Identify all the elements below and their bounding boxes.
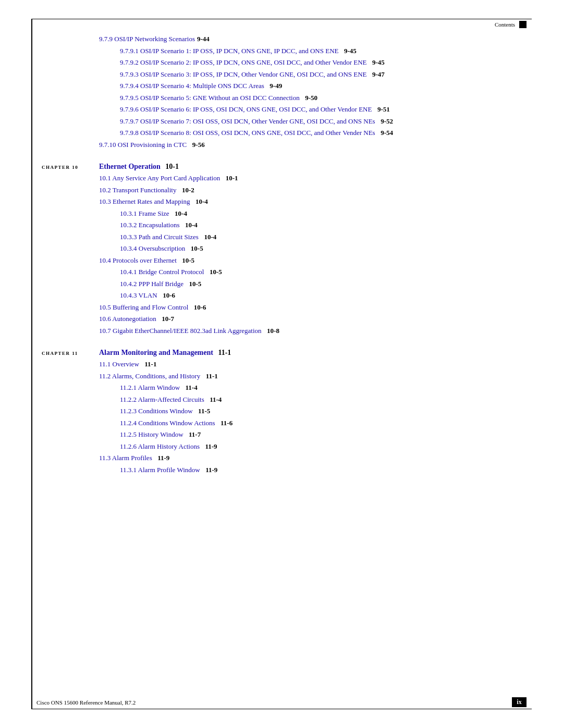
entry-11-3-page: 11-9	[154, 453, 170, 463]
entry-10-4-2-title[interactable]: 10.4.2 PPP Half Bridge	[120, 279, 183, 289]
entry-9-7-9-8-title[interactable]: 9.7.9.8 OSI/IP Scenario 8: OSI OSS, OSI …	[120, 128, 375, 138]
entry-11-2-page: 11-1	[202, 371, 218, 381]
entry-10-4-1: 10.4.1 Bridge Control Protocol 10-5	[120, 267, 521, 277]
entry-9-7-9-6-page: 9-51	[374, 104, 389, 115]
page: Contents 9.7.9 OSI/IP Networking Scenari…	[0, 0, 563, 728]
entry-9-7-9-1-page: 9-45	[341, 46, 357, 56]
entry-9-7-9-4: 9.7.9.4 OSI/IP Scenario 4: Multiple ONS …	[120, 81, 521, 91]
entry-9-7-9-5: 9.7.9.5 OSI/IP Scenario 5: GNE Without a…	[120, 93, 521, 103]
entry-11-2-2-title[interactable]: 11.2.2 Alarm-Affected Circuits	[120, 394, 204, 405]
entry-10-1-title[interactable]: 10.1 Any Service Any Port Card Applicati…	[99, 173, 220, 183]
chapter-11-title[interactable]: Alarm Monitoring and Management	[99, 349, 213, 357]
entry-9-7-9-2: 9.7.9.2 OSI/IP Scenario 2: IP OSS, IP DC…	[120, 57, 521, 68]
entry-10-4-2: 10.4.2 PPP Half Bridge 10-5	[120, 279, 521, 289]
chapter-10-title[interactable]: Ethernet Operation	[99, 163, 161, 171]
entry-10-3-3-title[interactable]: 10.3.3 Path and Circuit Sizes	[120, 232, 199, 242]
chapter-11-page: 11-1	[216, 349, 231, 357]
entry-9-7-9-6-title[interactable]: 9.7.9.6 OSI/IP Scenario 6: IP OSS, OSI D…	[120, 104, 372, 115]
entry-11-2-3-title[interactable]: 11.2.3 Conditions Window	[120, 406, 193, 416]
chapter-11-section: CHAPTER 11 Alarm Monitoring and Manageme…	[42, 349, 521, 475]
entry-10-6-page: 10-7	[158, 314, 174, 324]
entry-10-3-4: 10.3.4 Oversubscription 10-5	[120, 243, 521, 254]
entry-11-3: 11.3 Alarm Profiles 11-9	[99, 453, 521, 463]
entry-10-4-page: 10-5	[179, 255, 194, 266]
entry-11-2-title[interactable]: 11.2 Alarms, Conditions, and History	[99, 371, 200, 381]
chapter-10-page: 10-1	[164, 163, 179, 171]
entry-11-2-5-page: 11-7	[186, 429, 201, 440]
spacer-1	[42, 151, 521, 161]
entry-10-3-2: 10.3.2 Encapsulations 10-4	[120, 220, 521, 230]
footer-title: Cisco ONS 15600 Reference Manual, R7.2	[36, 699, 136, 706]
entry-9-7-9-title[interactable]: 9.7.9 OSI/IP Networking Scenarios	[99, 34, 195, 44]
entry-11-1-title[interactable]: 11.1 Overview	[99, 359, 139, 369]
chapter-10-label: CHAPTER 10	[42, 165, 99, 170]
entry-10-4-3: 10.4.3 VLAN 10-6	[120, 290, 521, 301]
entry-11-2-4-page: 11-6	[217, 418, 233, 428]
main-content: 9.7.9 OSI/IP Networking Scenarios 9-44 9…	[42, 34, 521, 694]
entry-9-7-9-3-title[interactable]: 9.7.9.3 OSI/IP Scenario 3: IP OSS, IP DC…	[120, 69, 367, 80]
entry-10-1-page: 10-1	[222, 173, 238, 183]
entry-10-5-page: 10-6	[190, 302, 206, 313]
entry-10-3-title[interactable]: 10.3 Ethernet Rates and Mapping	[99, 196, 190, 207]
entry-10-4-title[interactable]: 10.4 Protocols over Ethernet	[99, 255, 177, 266]
entry-10-2-title[interactable]: 10.2 Transport Functionality	[99, 185, 176, 195]
entry-10-3-page: 10-4	[192, 196, 207, 207]
entry-11-2-3-page: 11-5	[195, 406, 211, 416]
entry-10-4-3-title[interactable]: 10.4.3 VLAN	[120, 290, 157, 301]
entry-10-7-page: 10-8	[264, 326, 279, 336]
entry-10-3-2-page: 10-4	[181, 220, 197, 230]
entry-10-3-2-title[interactable]: 10.3.2 Encapsulations	[120, 220, 179, 230]
entry-10-2-page: 10-2	[178, 185, 194, 195]
entry-9-7-9-2-title[interactable]: 9.7.9.2 OSI/IP Scenario 2: IP OSS, IP DC…	[120, 57, 367, 68]
entry-10-5: 10.5 Buffering and Flow Control 10-6	[99, 302, 521, 313]
entry-9-7-9-1-title[interactable]: 9.7.9.1 OSI/IP Scenario 1: IP OSS, IP DC…	[120, 46, 339, 56]
entry-11-2-4-title[interactable]: 11.2.4 Conditions Window Actions	[120, 418, 215, 428]
entry-9-7-9-5-title[interactable]: 9.7.9.5 OSI/IP Scenario 5: GNE Without a…	[120, 93, 300, 103]
entry-9-7-9: 9.7.9 OSI/IP Networking Scenarios 9-44	[99, 34, 521, 44]
entry-11-2-1: 11.2.1 Alarm Window 11-4	[120, 382, 521, 393]
chapter-10-section: CHAPTER 10 Ethernet Operation 10-1 10.1 …	[42, 163, 521, 336]
entry-9-7-10-title[interactable]: 9.7.10 OSI Provisioning in CTC	[99, 140, 187, 150]
entry-11-2-5-title[interactable]: 11.2.5 History Window	[120, 429, 183, 440]
entry-10-3-1-title[interactable]: 10.3.1 Frame Size	[120, 208, 169, 219]
entry-10-7-title[interactable]: 10.7 Gigabit EtherChannel/IEEE 802.3ad L…	[99, 326, 262, 336]
entry-10-4-1-page: 10-5	[206, 267, 222, 277]
entry-11-3-1: 11.3.1 Alarm Profile Window 11-9	[120, 465, 521, 475]
entry-10-6-title[interactable]: 10.6 Autonegotiation	[99, 314, 156, 324]
entry-10-5-title[interactable]: 10.5 Buffering and Flow Control	[99, 302, 188, 313]
entry-9-7-9-5-page: 9-50	[302, 93, 317, 103]
entry-9-7-9-3-page: 9-47	[369, 69, 385, 80]
entry-9-7-9-3: 9.7.9.3 OSI/IP Scenario 3: IP OSS, IP DC…	[120, 69, 521, 80]
entry-10-4-1-title[interactable]: 10.4.1 Bridge Control Protocol	[120, 267, 204, 277]
entry-10-3-1-page: 10-4	[172, 208, 187, 219]
entry-11-2-6-page: 11-9	[202, 441, 217, 452]
entry-11-3-1-page: 11-9	[202, 465, 218, 475]
entry-11-2-2-page: 11-4	[206, 394, 222, 405]
entry-9-7-9-2-page: 9-45	[369, 57, 385, 68]
entry-10-6: 10.6 Autonegotiation 10-7	[99, 314, 521, 324]
entry-11-2-6: 11.2.6 Alarm History Actions 11-9	[120, 441, 521, 452]
chapter-10-header: CHAPTER 10 Ethernet Operation 10-1	[42, 163, 521, 171]
entry-10-3-3-page: 10-4	[201, 232, 216, 242]
page-footer: Cisco ONS 15600 Reference Manual, R7.2 i…	[36, 697, 527, 707]
entry-11-3-1-title[interactable]: 11.3.1 Alarm Profile Window	[120, 465, 200, 475]
entry-10-2: 10.2 Transport Functionality 10-2	[99, 185, 521, 195]
entry-10-3: 10.3 Ethernet Rates and Mapping 10-4	[99, 196, 521, 207]
entry-11-2-1-title[interactable]: 11.2.1 Alarm Window	[120, 382, 180, 393]
spacer-2	[42, 337, 521, 347]
entry-9-7-9-7-title[interactable]: 9.7.9.7 OSI/IP Scenario 7: OSI OSS, OSI …	[120, 116, 375, 127]
entry-9-7-9-4-title[interactable]: 9.7.9.4 OSI/IP Scenario 4: Multiple ONS …	[120, 81, 264, 91]
entry-9-7-10: 9.7.10 OSI Provisioning in CTC 9-56	[99, 140, 521, 150]
osi-section: 9.7.9 OSI/IP Networking Scenarios 9-44 9…	[42, 34, 521, 150]
entry-11-2-6-title[interactable]: 11.2.6 Alarm History Actions	[120, 441, 200, 452]
entry-9-7-9-8-page: 9-54	[377, 128, 393, 138]
entry-11-2-5: 11.2.5 History Window 11-7	[120, 429, 521, 440]
entry-9-7-9-1: 9.7.9.1 OSI/IP Scenario 1: IP OSS, IP DC…	[120, 46, 521, 56]
footer-page-number: ix	[512, 697, 527, 707]
entry-10-3-1: 10.3.1 Frame Size 10-4	[120, 208, 521, 219]
entry-10-3-4-title[interactable]: 10.3.4 Oversubscription	[120, 243, 185, 254]
top-border	[31, 19, 532, 19]
entry-11-3-title[interactable]: 11.3 Alarm Profiles	[99, 453, 152, 463]
entry-10-1: 10.1 Any Service Any Port Card Applicati…	[99, 173, 521, 183]
entry-9-7-10-page: 9-56	[189, 140, 204, 150]
